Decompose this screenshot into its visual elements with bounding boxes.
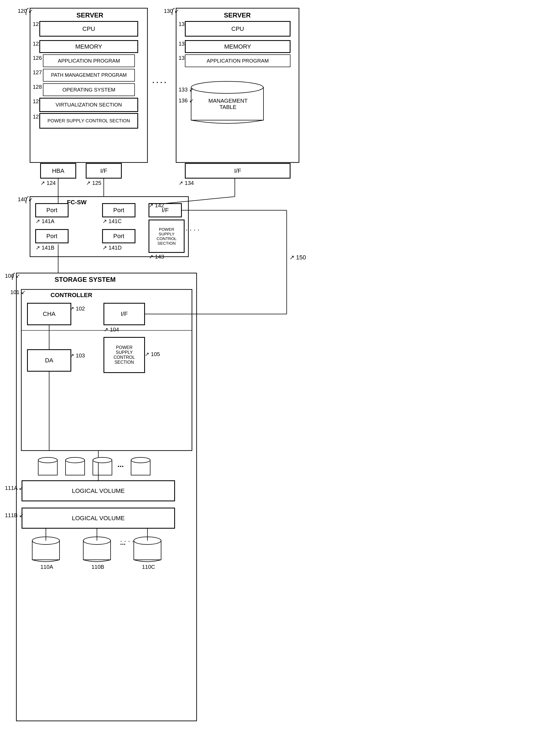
cpu-130: CPU: [185, 21, 290, 36]
port-141c: Port: [102, 204, 135, 217]
ref-105: ↗ 105: [145, 351, 160, 357]
svg-point-15: [191, 81, 263, 93]
da-box: DA: [27, 350, 71, 372]
cha-box: CHA: [27, 303, 71, 325]
server130-title: SERVER: [224, 11, 251, 19]
port-141d: Port: [102, 229, 135, 243]
ref-130: 130 ↙: [164, 8, 179, 14]
ref-141d: ↗ 141D: [102, 245, 122, 251]
svg-line-54: [165, 196, 235, 204]
storage-title: STORAGE SYSTEM: [55, 276, 116, 283]
ref-142: ↗ 142: [149, 202, 164, 209]
ref-103: ↗ 103: [70, 352, 85, 359]
svg-rect-35: [83, 541, 111, 560]
psc-controller: POWERSUPPLYCONTROLSECTION: [104, 337, 145, 373]
app-program-130: APPLICATION PROGRAM: [185, 55, 290, 67]
fcsw-label: FC-SW: [67, 199, 87, 206]
svg-point-38: [134, 537, 161, 544]
diagram: ...: [0, 0, 560, 743]
ref-104: ↗ 104: [104, 326, 119, 333]
if-controller: I/F: [104, 303, 145, 325]
ref-100: 100 ↙: [5, 272, 20, 279]
if-130: I/F: [185, 163, 290, 178]
ref-141c: ↗ 141C: [102, 218, 122, 224]
disk-label-110a: 110A: [40, 564, 53, 570]
ref-101: 101 ↙: [10, 289, 26, 296]
ref-125: ↗ 125: [86, 180, 101, 186]
server120-title: SERVER: [77, 11, 103, 19]
svg-point-63: [93, 457, 112, 463]
ref-102: ↗ 102: [70, 305, 85, 312]
svg-point-66: [131, 457, 150, 463]
svg-rect-33: [32, 541, 59, 560]
port-141a: Port: [36, 204, 68, 217]
dots-fcsw: . . . .: [186, 224, 200, 232]
memory-120: MEMORY: [40, 40, 138, 53]
ref-141a: ↗ 141A: [36, 218, 54, 224]
ref-141b: ↗ 141B: [36, 245, 54, 251]
svg-point-36: [83, 537, 111, 544]
mgmt-table-label: MANAGEMENTTABLE: [206, 98, 250, 110]
svg-rect-37: [134, 541, 161, 560]
ref-111b: 111B ↙: [5, 512, 24, 519]
if-120: I/F: [86, 163, 122, 178]
virtualization-120: VIRTUALIZATION SECTION: [40, 98, 138, 112]
psc-fcsw: POWERSUPPLYCONTROLSECTION: [149, 220, 184, 253]
ref-134: ↗ 134: [179, 180, 194, 186]
app-program-120: APPLICATION PROGRAM: [43, 55, 135, 67]
svg-point-59: [38, 457, 57, 463]
os-120: OPERATING SYSTEM: [43, 84, 135, 96]
disk-tops: ...: [33, 455, 153, 479]
path-mgmt-120: PATH MANAGEMENT PROGRAM: [43, 69, 135, 81]
ref-120: 120 ↙: [18, 8, 33, 14]
memory-130: MEMORY: [185, 40, 290, 53]
svg-text:...: ...: [117, 460, 124, 469]
logical-vol-111a: LOGICAL VOLUME: [22, 481, 175, 501]
disk-label-110b: 110B: [91, 564, 104, 570]
svg-point-34: [32, 537, 59, 544]
ref-133: 133 ↙: [179, 86, 194, 93]
ref-143: ↗ 143: [149, 253, 164, 260]
port-141b: Port: [36, 229, 68, 243]
hba-120: HBA: [40, 163, 76, 178]
ref-150: ↗ 150: [290, 254, 306, 261]
cpu-120: CPU: [40, 21, 138, 36]
ref-136: 136 ↙: [179, 97, 194, 104]
logical-vol-111b: LOGICAL VOLUME: [22, 508, 175, 528]
ref-124: ↗ 124: [40, 180, 56, 186]
svg-point-61: [66, 457, 85, 463]
controller-label: CONTROLLER: [50, 292, 92, 299]
dots-servers: . . . .: [153, 77, 166, 85]
ref-111a: 111A ↙: [5, 485, 24, 491]
dots-storage: . . . .: [120, 535, 134, 544]
disk-label-110c: 110C: [142, 564, 155, 570]
psc-120: POWER SUPPLY CONTROL SECTION: [40, 113, 138, 128]
ref-140: 140 ↙: [18, 196, 33, 203]
